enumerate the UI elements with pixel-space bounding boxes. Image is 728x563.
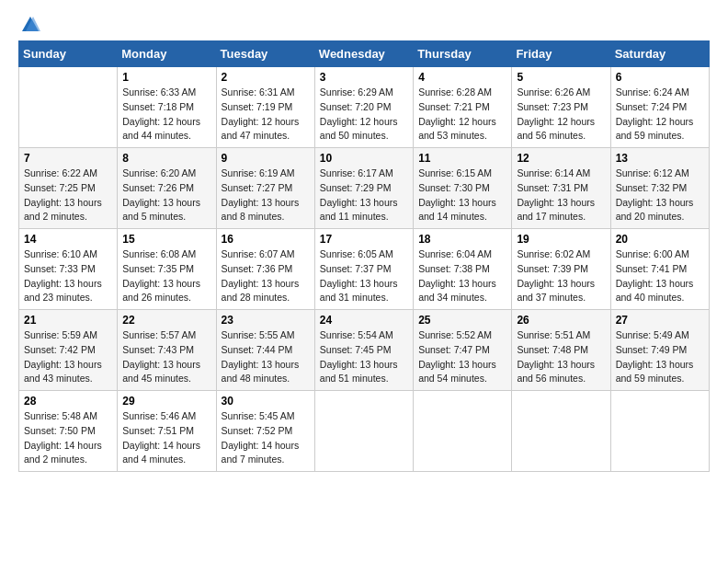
- calendar-day-cell: 24Sunrise: 5:54 AMSunset: 7:45 PMDayligh…: [314, 310, 413, 391]
- day-number: 22: [122, 314, 210, 327]
- day-info: Sunrise: 5:45 AMSunset: 7:52 PMDaylight:…: [222, 409, 310, 467]
- day-info: Sunrise: 6:20 AMSunset: 7:26 PMDaylight:…: [122, 167, 210, 224]
- day-info: Sunrise: 6:04 AMSunset: 7:38 PMDaylight:…: [418, 247, 506, 305]
- calendar-day-cell: 26Sunrise: 5:51 AMSunset: 7:48 PMDayligh…: [512, 310, 610, 391]
- calendar-week-row: 14Sunrise: 6:10 AMSunset: 7:33 PMDayligh…: [19, 229, 710, 310]
- calendar-day-cell: 29Sunrise: 5:46 AMSunset: 7:51 PMDayligh…: [118, 391, 216, 472]
- day-number: 28: [24, 395, 112, 408]
- calendar-day-cell: 21Sunrise: 5:59 AMSunset: 7:42 PMDayligh…: [19, 310, 118, 391]
- calendar-day-cell: 3Sunrise: 6:29 AMSunset: 7:20 PMDaylight…: [314, 67, 413, 148]
- day-info: Sunrise: 5:57 AMSunset: 7:43 PMDaylight:…: [122, 328, 210, 386]
- logo-icon: [20, 15, 40, 35]
- calendar-day-header: Wednesday: [314, 41, 413, 67]
- day-info: Sunrise: 6:28 AMSunset: 7:21 PMDaylight:…: [418, 86, 506, 144]
- calendar-day-cell: 8Sunrise: 6:20 AMSunset: 7:26 PMDaylight…: [118, 148, 216, 229]
- calendar-day-cell: 5Sunrise: 6:26 AMSunset: 7:23 PMDaylight…: [512, 67, 610, 148]
- calendar-day-header: Saturday: [610, 41, 709, 67]
- calendar-day-cell: 16Sunrise: 6:07 AMSunset: 7:36 PMDayligh…: [216, 229, 314, 310]
- calendar-day-cell: [414, 391, 512, 472]
- day-info: Sunrise: 6:07 AMSunset: 7:36 PMDaylight:…: [222, 247, 310, 305]
- day-info: Sunrise: 6:14 AMSunset: 7:31 PMDaylight:…: [517, 167, 605, 224]
- calendar-day-cell: 25Sunrise: 5:52 AMSunset: 7:47 PMDayligh…: [414, 310, 512, 391]
- day-number: 13: [616, 152, 704, 165]
- calendar-day-cell: 10Sunrise: 6:17 AMSunset: 7:29 PMDayligh…: [314, 148, 413, 229]
- day-info: Sunrise: 5:49 AMSunset: 7:49 PMDaylight:…: [616, 328, 704, 386]
- day-info: Sunrise: 5:51 AMSunset: 7:48 PMDaylight:…: [517, 328, 605, 386]
- calendar-day-cell: [610, 391, 709, 472]
- day-info: Sunrise: 5:52 AMSunset: 7:47 PMDaylight:…: [418, 328, 506, 386]
- calendar-week-row: 7Sunrise: 6:22 AMSunset: 7:25 PMDaylight…: [19, 148, 710, 229]
- day-number: 23: [222, 314, 310, 327]
- calendar-day-cell: [512, 391, 610, 472]
- calendar-day-cell: 19Sunrise: 6:02 AMSunset: 7:39 PMDayligh…: [512, 229, 610, 310]
- calendar-day-cell: 17Sunrise: 6:05 AMSunset: 7:37 PMDayligh…: [314, 229, 413, 310]
- day-number: 12: [517, 152, 605, 165]
- calendar-day-header: Thursday: [414, 41, 512, 67]
- day-info: Sunrise: 6:15 AMSunset: 7:30 PMDaylight:…: [418, 167, 506, 224]
- day-number: 21: [24, 314, 112, 327]
- calendar-day-cell: 7Sunrise: 6:22 AMSunset: 7:25 PMDaylight…: [19, 148, 118, 229]
- calendar-day-cell: 12Sunrise: 6:14 AMSunset: 7:31 PMDayligh…: [512, 148, 610, 229]
- day-number: 25: [418, 314, 506, 327]
- day-number: 10: [320, 152, 408, 165]
- day-number: 15: [122, 233, 210, 246]
- day-info: Sunrise: 5:59 AMSunset: 7:42 PMDaylight:…: [24, 328, 112, 386]
- calendar-day-cell: 1Sunrise: 6:33 AMSunset: 7:18 PMDaylight…: [118, 67, 216, 148]
- calendar-day-cell: 20Sunrise: 6:00 AMSunset: 7:41 PMDayligh…: [610, 229, 709, 310]
- day-number: 18: [418, 233, 506, 246]
- calendar-day-cell: 9Sunrise: 6:19 AMSunset: 7:27 PMDaylight…: [216, 148, 314, 229]
- page-header: [18, 18, 710, 31]
- calendar-week-row: 21Sunrise: 5:59 AMSunset: 7:42 PMDayligh…: [19, 310, 710, 391]
- day-info: Sunrise: 6:08 AMSunset: 7:35 PMDaylight:…: [122, 247, 210, 305]
- day-info: Sunrise: 6:02 AMSunset: 7:39 PMDaylight:…: [517, 247, 605, 305]
- calendar-day-cell: 27Sunrise: 5:49 AMSunset: 7:49 PMDayligh…: [610, 310, 709, 391]
- calendar-day-header: Sunday: [19, 41, 118, 67]
- day-info: Sunrise: 6:17 AMSunset: 7:29 PMDaylight:…: [320, 167, 408, 224]
- day-number: 2: [222, 71, 310, 84]
- calendar-day-cell: 11Sunrise: 6:15 AMSunset: 7:30 PMDayligh…: [414, 148, 512, 229]
- day-number: 3: [320, 71, 408, 84]
- day-number: 4: [418, 71, 506, 84]
- calendar-day-cell: 18Sunrise: 6:04 AMSunset: 7:38 PMDayligh…: [414, 229, 512, 310]
- calendar-header-row: SundayMondayTuesdayWednesdayThursdayFrid…: [19, 41, 710, 67]
- calendar-day-cell: 2Sunrise: 6:31 AMSunset: 7:19 PMDaylight…: [216, 67, 314, 148]
- calendar-day-header: Tuesday: [216, 41, 314, 67]
- day-info: Sunrise: 5:46 AMSunset: 7:51 PMDaylight:…: [122, 409, 210, 467]
- calendar-day-cell: 15Sunrise: 6:08 AMSunset: 7:35 PMDayligh…: [118, 229, 216, 310]
- day-number: 11: [418, 152, 506, 165]
- day-number: 29: [122, 395, 210, 408]
- logo: [18, 18, 40, 31]
- calendar-week-row: 1Sunrise: 6:33 AMSunset: 7:18 PMDaylight…: [19, 67, 710, 148]
- day-info: Sunrise: 6:24 AMSunset: 7:24 PMDaylight:…: [616, 86, 704, 144]
- day-number: 7: [24, 152, 112, 165]
- day-number: 19: [517, 233, 605, 246]
- day-info: Sunrise: 5:48 AMSunset: 7:50 PMDaylight:…: [24, 409, 112, 467]
- calendar-day-cell: 28Sunrise: 5:48 AMSunset: 7:50 PMDayligh…: [19, 391, 118, 472]
- day-info: Sunrise: 6:10 AMSunset: 7:33 PMDaylight:…: [24, 247, 112, 305]
- day-info: Sunrise: 6:31 AMSunset: 7:19 PMDaylight:…: [222, 86, 310, 144]
- day-number: 20: [616, 233, 704, 246]
- day-number: 1: [122, 71, 210, 84]
- calendar-day-header: Friday: [512, 41, 610, 67]
- day-number: 16: [222, 233, 310, 246]
- calendar-table: SundayMondayTuesdayWednesdayThursdayFrid…: [18, 40, 710, 472]
- day-info: Sunrise: 6:26 AMSunset: 7:23 PMDaylight:…: [517, 86, 605, 144]
- day-info: Sunrise: 6:19 AMSunset: 7:27 PMDaylight:…: [222, 167, 310, 224]
- day-info: Sunrise: 6:22 AMSunset: 7:25 PMDaylight:…: [24, 167, 112, 224]
- day-info: Sunrise: 6:29 AMSunset: 7:20 PMDaylight:…: [320, 86, 408, 144]
- day-info: Sunrise: 6:12 AMSunset: 7:32 PMDaylight:…: [616, 167, 704, 224]
- day-number: 14: [24, 233, 112, 246]
- calendar-day-cell: [314, 391, 413, 472]
- day-number: 8: [122, 152, 210, 165]
- day-number: 26: [517, 314, 605, 327]
- day-number: 9: [222, 152, 310, 165]
- calendar-week-row: 28Sunrise: 5:48 AMSunset: 7:50 PMDayligh…: [19, 391, 710, 472]
- day-number: 6: [616, 71, 704, 84]
- day-info: Sunrise: 5:55 AMSunset: 7:44 PMDaylight:…: [222, 328, 310, 386]
- day-number: 24: [320, 314, 408, 327]
- calendar-day-cell: [19, 67, 118, 148]
- day-number: 5: [517, 71, 605, 84]
- calendar-day-cell: 14Sunrise: 6:10 AMSunset: 7:33 PMDayligh…: [19, 229, 118, 310]
- calendar-day-cell: 6Sunrise: 6:24 AMSunset: 7:24 PMDaylight…: [610, 67, 709, 148]
- calendar-day-cell: 23Sunrise: 5:55 AMSunset: 7:44 PMDayligh…: [216, 310, 314, 391]
